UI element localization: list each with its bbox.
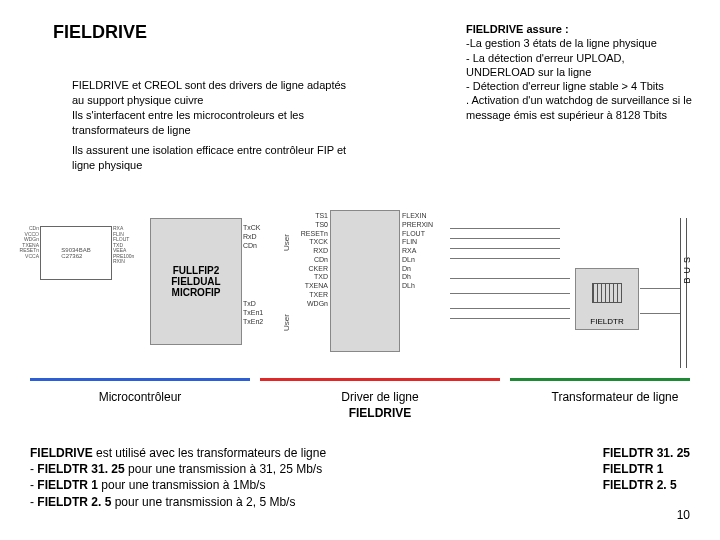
fieldrive-pins-left: TS1 TS0 RESETn TXCK RXD CDn CKER TXD TXE… — [301, 212, 328, 308]
block-diagram: CDn VCCO WDGn TXENA RESETn VCCA S9034BAB… — [30, 218, 690, 368]
footer-block: FIELDRIVE est utilisé avec les transform… — [30, 445, 390, 510]
wire-1 — [450, 228, 560, 229]
intro-block: FIELDRIVE et CREOL sont des drivers de l… — [72, 78, 352, 173]
tr-a: FIELDTR 31. 25 — [603, 445, 690, 461]
f-l3c: pour une transmission à 2, 5 Mb/s — [111, 495, 295, 509]
f-l3b: FIELDTR 2. 5 — [37, 495, 111, 509]
fieldtr-body: FIELDTR — [575, 268, 639, 330]
assure-l3: - Détection d'erreur ligne stable > 4 Tb… — [466, 80, 664, 92]
caption-tr: Transformateur de ligne — [550, 390, 680, 406]
intro-p1: FIELDRIVE et CREOL sont des drivers de l… — [72, 78, 352, 108]
fullfip-chip: FULLFIP2 FIELDUAL MICROFIP TxCK RxD CDn … — [150, 218, 242, 345]
wire-8 — [450, 318, 570, 319]
assure-l2: - La détection d'erreur UPLOAD, UNDERLOA… — [466, 52, 625, 78]
f-l1c: pour une transmission à 31, 25 Mb/s — [125, 462, 322, 476]
fieldrive-body — [330, 210, 400, 352]
bus-rail-1 — [680, 218, 681, 368]
tr-b: FIELDTR 1 — [603, 461, 690, 477]
transformer-list: FIELDTR 31. 25 FIELDTR 1 FIELDTR 2. 5 — [603, 445, 690, 494]
intro-p3: Ils assurent une isolation efficace entr… — [72, 143, 352, 173]
underline-drv — [260, 378, 500, 381]
caption-drv-2: FIELDRIVE — [349, 406, 412, 420]
assure-block: FIELDRIVE assure : -La gestion 3 états d… — [466, 22, 696, 122]
assure-head: FIELDRIVE assure : — [466, 23, 569, 35]
wire-5 — [450, 278, 570, 279]
coil-icon — [592, 283, 622, 303]
page-title: FIELDRIVE — [53, 22, 147, 43]
mcu-chip: CDn VCCO WDGn TXENA RESETn VCCA S9034BAB… — [40, 226, 112, 280]
assure-l1: -La gestion 3 états de la ligne physique — [466, 37, 657, 49]
fieldtr-chip: FIELDTR — [575, 268, 639, 330]
bus-label: BUS — [682, 253, 692, 284]
intro-p2: Ils s'interfacent entre les microcontrol… — [72, 108, 352, 138]
fullfip-body: FULLFIP2 FIELDUAL MICROFIP — [150, 218, 242, 345]
underline-mcu — [30, 378, 250, 381]
bus-wire-2 — [640, 313, 680, 314]
fieldrive-chip: TS1 TS0 RESETn TXCK RXD CDn CKER TXD TXE… — [330, 210, 400, 352]
bus-wire-1 — [640, 288, 680, 289]
caption-drv: Driver de ligne FIELDRIVE — [300, 390, 460, 421]
underline-tr — [510, 378, 690, 381]
mcu-pins-right: RXA FLIN FLOUT TXD VEEA PRE100n RXIN — [113, 226, 153, 265]
mcu-core-label: S9034BAB C27362 — [61, 247, 90, 259]
page-number: 10 — [677, 508, 690, 522]
f-l2b: FIELDTR 1 — [37, 478, 98, 492]
assure-l4: . Activation d'un watchdog de surveillan… — [466, 94, 692, 120]
fullfip-label: FULLFIP2 FIELDUAL MICROFIP — [151, 265, 241, 298]
fullfip-pins-top: TxCK RxD CDn — [243, 224, 261, 250]
f-l1b: FIELDTR 31. 25 — [37, 462, 124, 476]
fullfip-pins-bot: TxD TxEn1 TxEn2 — [243, 300, 263, 326]
footer-lead: FIELDRIVE — [30, 446, 93, 460]
mcu-art: S9034BAB C27362 — [40, 226, 112, 280]
footer-lead2: est utilisé avec les transformateurs de … — [93, 446, 326, 460]
fieldrive-pins-right: FLEXIN PRERXIN FLOUT FLIN RXA DLn Dn Dh … — [402, 212, 433, 291]
caption-mcu: Microcontrôleur — [60, 390, 220, 406]
tr-c: FIELDTR 2. 5 — [603, 477, 690, 493]
wire-4 — [450, 258, 560, 259]
wire-3 — [450, 248, 560, 249]
wire-6 — [450, 293, 570, 294]
bus-rail-2 — [686, 218, 687, 368]
mcu-pins-left: CDn VCCO WDGn TXENA RESETn VCCA — [0, 226, 39, 259]
wire-2 — [450, 238, 560, 239]
f-l2c: pour une transmission à 1Mb/s — [98, 478, 265, 492]
caption-drv-1: Driver de ligne — [341, 390, 418, 404]
user-label-1: User — [282, 234, 291, 251]
user-label-2: User — [282, 314, 291, 331]
fieldtr-label: FIELDTR — [576, 318, 638, 327]
wire-7 — [450, 308, 570, 309]
